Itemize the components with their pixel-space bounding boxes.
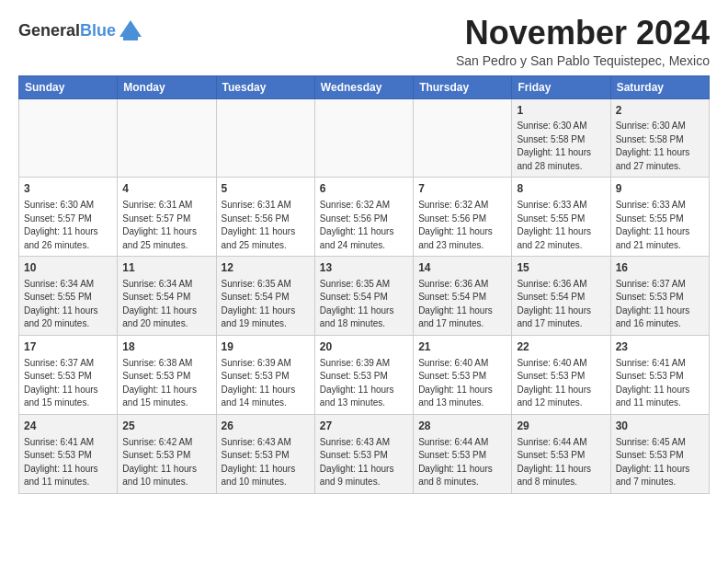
logo: GeneralBlue	[18, 18, 143, 44]
calendar-cell: 29Sunrise: 6:44 AM Sunset: 5:53 PM Dayli…	[512, 414, 610, 493]
calendar-cell: 24Sunrise: 6:41 AM Sunset: 5:53 PM Dayli…	[19, 414, 118, 493]
day-info: Sunrise: 6:37 AM Sunset: 5:53 PM Dayligh…	[24, 357, 112, 410]
day-header-thursday: Thursday	[414, 75, 512, 98]
calendar-cell	[414, 98, 512, 178]
day-number: 3	[24, 181, 112, 197]
calendar-body: 1Sunrise: 6:30 AM Sunset: 5:58 PM Daylig…	[19, 98, 710, 493]
calendar-cell: 18Sunrise: 6:38 AM Sunset: 5:53 PM Dayli…	[118, 335, 216, 414]
calendar-cell: 14Sunrise: 6:36 AM Sunset: 5:54 PM Dayli…	[414, 257, 512, 336]
day-info: Sunrise: 6:35 AM Sunset: 5:54 PM Dayligh…	[320, 278, 408, 331]
calendar-cell: 19Sunrise: 6:39 AM Sunset: 5:53 PM Dayli…	[216, 335, 314, 414]
day-info: Sunrise: 6:30 AM Sunset: 5:57 PM Dayligh…	[24, 199, 112, 252]
day-info: Sunrise: 6:43 AM Sunset: 5:53 PM Dayligh…	[320, 436, 408, 489]
calendar-cell: 10Sunrise: 6:34 AM Sunset: 5:55 PM Dayli…	[19, 257, 118, 336]
calendar-cell: 30Sunrise: 6:45 AM Sunset: 5:53 PM Dayli…	[610, 414, 709, 493]
day-number: 4	[122, 181, 210, 197]
day-info: Sunrise: 6:31 AM Sunset: 5:57 PM Dayligh…	[122, 199, 210, 252]
day-info: Sunrise: 6:40 AM Sunset: 5:53 PM Dayligh…	[517, 357, 605, 410]
calendar-cell: 3Sunrise: 6:30 AM Sunset: 5:57 PM Daylig…	[19, 178, 118, 257]
calendar-week-4: 17Sunrise: 6:37 AM Sunset: 5:53 PM Dayli…	[19, 335, 710, 414]
day-number: 1	[517, 103, 605, 119]
calendar-cell: 12Sunrise: 6:35 AM Sunset: 5:54 PM Dayli…	[216, 257, 314, 336]
month-title: November 2024	[456, 15, 710, 52]
calendar-cell: 1Sunrise: 6:30 AM Sunset: 5:58 PM Daylig…	[512, 98, 610, 178]
svg-rect-1	[123, 37, 138, 40]
day-info: Sunrise: 6:33 AM Sunset: 5:55 PM Dayligh…	[517, 199, 605, 252]
day-number: 26	[222, 419, 310, 434]
calendar-cell: 23Sunrise: 6:41 AM Sunset: 5:53 PM Dayli…	[610, 335, 709, 414]
day-info: Sunrise: 6:35 AM Sunset: 5:54 PM Dayligh…	[222, 278, 310, 331]
title-section: November 2024 San Pedro y San Pablo Tequ…	[456, 15, 710, 68]
day-info: Sunrise: 6:39 AM Sunset: 5:53 PM Dayligh…	[320, 357, 408, 410]
calendar-cell: 4Sunrise: 6:31 AM Sunset: 5:57 PM Daylig…	[118, 178, 216, 257]
day-header-monday: Monday	[118, 75, 216, 98]
day-number: 18	[122, 339, 210, 355]
day-number: 5	[222, 181, 310, 197]
day-header-sunday: Sunday	[19, 75, 118, 98]
day-info: Sunrise: 6:42 AM Sunset: 5:53 PM Dayligh…	[122, 436, 210, 489]
day-number: 8	[517, 181, 605, 197]
day-info: Sunrise: 6:33 AM Sunset: 5:55 PM Dayligh…	[616, 199, 704, 252]
day-info: Sunrise: 6:34 AM Sunset: 5:55 PM Dayligh…	[24, 278, 112, 331]
day-number: 9	[616, 181, 704, 197]
calendar-cell	[19, 98, 118, 178]
day-number: 12	[222, 260, 310, 276]
calendar-cell: 17Sunrise: 6:37 AM Sunset: 5:53 PM Dayli…	[19, 335, 118, 414]
calendar-cell	[118, 98, 216, 178]
day-info: Sunrise: 6:36 AM Sunset: 5:54 PM Dayligh…	[418, 278, 506, 331]
day-header-wednesday: Wednesday	[314, 75, 413, 98]
day-number: 2	[616, 103, 704, 119]
calendar-cell: 21Sunrise: 6:40 AM Sunset: 5:53 PM Dayli…	[414, 335, 512, 414]
day-header-friday: Friday	[512, 75, 610, 98]
calendar-cell: 16Sunrise: 6:37 AM Sunset: 5:53 PM Dayli…	[610, 257, 709, 336]
day-number: 29	[517, 419, 605, 434]
day-info: Sunrise: 6:44 AM Sunset: 5:53 PM Dayligh…	[517, 436, 605, 489]
calendar-cell: 15Sunrise: 6:36 AM Sunset: 5:54 PM Dayli…	[512, 257, 610, 336]
calendar-week-3: 10Sunrise: 6:34 AM Sunset: 5:55 PM Dayli…	[19, 257, 710, 336]
location-subtitle: San Pedro y San Pablo Tequistepec, Mexic…	[456, 53, 710, 68]
calendar-week-5: 24Sunrise: 6:41 AM Sunset: 5:53 PM Dayli…	[19, 414, 710, 493]
day-number: 30	[616, 419, 704, 434]
day-number: 6	[320, 181, 408, 197]
day-number: 24	[24, 419, 112, 434]
day-info: Sunrise: 6:34 AM Sunset: 5:54 PM Dayligh…	[122, 278, 210, 331]
calendar-header: SundayMondayTuesdayWednesdayThursdayFrid…	[19, 75, 710, 98]
day-header-saturday: Saturday	[610, 75, 709, 98]
calendar-cell: 11Sunrise: 6:34 AM Sunset: 5:54 PM Dayli…	[118, 257, 216, 336]
logo-blue-text: Blue	[80, 21, 116, 40]
calendar-cell: 6Sunrise: 6:32 AM Sunset: 5:56 PM Daylig…	[314, 178, 413, 257]
day-number: 19	[222, 339, 310, 355]
day-number: 10	[24, 260, 112, 276]
calendar-cell: 13Sunrise: 6:35 AM Sunset: 5:54 PM Dayli…	[314, 257, 413, 336]
calendar-cell: 27Sunrise: 6:43 AM Sunset: 5:53 PM Dayli…	[314, 414, 413, 493]
day-number: 16	[616, 260, 704, 276]
day-info: Sunrise: 6:36 AM Sunset: 5:54 PM Dayligh…	[517, 278, 605, 331]
calendar-cell: 20Sunrise: 6:39 AM Sunset: 5:53 PM Dayli…	[314, 335, 413, 414]
logo-general-text: General	[18, 21, 80, 40]
page-header: GeneralBlue November 2024 San Pedro y Sa…	[18, 15, 710, 68]
day-info: Sunrise: 6:39 AM Sunset: 5:53 PM Dayligh…	[222, 357, 310, 410]
calendar-cell: 2Sunrise: 6:30 AM Sunset: 5:58 PM Daylig…	[610, 98, 709, 178]
calendar-cell: 26Sunrise: 6:43 AM Sunset: 5:53 PM Dayli…	[216, 414, 314, 493]
calendar-cell	[216, 98, 314, 178]
day-number: 11	[122, 260, 210, 276]
calendar-cell: 9Sunrise: 6:33 AM Sunset: 5:55 PM Daylig…	[610, 178, 709, 257]
calendar-cell: 22Sunrise: 6:40 AM Sunset: 5:53 PM Dayli…	[512, 335, 610, 414]
day-header-row: SundayMondayTuesdayWednesdayThursdayFrid…	[19, 75, 710, 98]
calendar-cell: 28Sunrise: 6:44 AM Sunset: 5:53 PM Dayli…	[414, 414, 512, 493]
day-info: Sunrise: 6:43 AM Sunset: 5:53 PM Dayligh…	[222, 436, 310, 489]
day-number: 17	[24, 339, 112, 355]
day-info: Sunrise: 6:41 AM Sunset: 5:53 PM Dayligh…	[616, 357, 704, 410]
calendar-cell: 5Sunrise: 6:31 AM Sunset: 5:56 PM Daylig…	[216, 178, 314, 257]
day-header-tuesday: Tuesday	[216, 75, 314, 98]
day-number: 23	[616, 339, 704, 355]
day-number: 14	[418, 260, 506, 276]
logo-icon	[118, 18, 143, 44]
day-info: Sunrise: 6:41 AM Sunset: 5:53 PM Dayligh…	[24, 436, 112, 489]
day-number: 21	[418, 339, 506, 355]
svg-marker-0	[119, 20, 142, 37]
day-info: Sunrise: 6:44 AM Sunset: 5:53 PM Dayligh…	[418, 436, 506, 489]
day-number: 13	[320, 260, 408, 276]
day-number: 25	[122, 419, 210, 434]
day-number: 20	[320, 339, 408, 355]
